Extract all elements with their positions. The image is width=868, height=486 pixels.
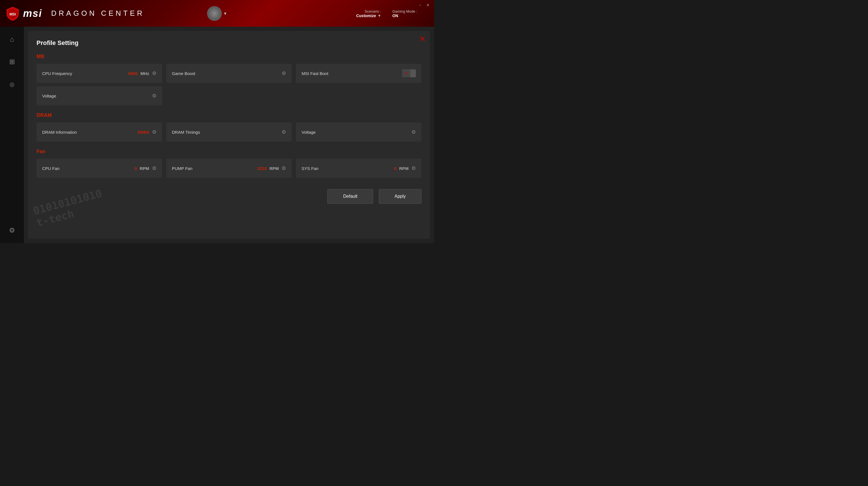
dram-timings-label: DRAM Timings bbox=[172, 130, 200, 135]
cpu-frequency-gear-icon[interactable]: ⚙ bbox=[152, 70, 156, 76]
sys-fan-card[interactable]: SYS Fan 0 RPM ⚙ bbox=[296, 159, 422, 178]
dram-information-label: DRAM Information bbox=[42, 130, 77, 135]
gaming-mode-block: Gaming Mode : ON bbox=[392, 9, 417, 18]
sys-fan-value: 0 bbox=[394, 166, 396, 171]
dram-timings-right: ⚙ bbox=[282, 129, 286, 135]
dialog-close-button[interactable]: ✕ bbox=[419, 35, 426, 43]
avatar-dropdown-arrow[interactable]: ▼ bbox=[223, 11, 227, 16]
logo-area: MSI msi DRAGON CENTER bbox=[6, 6, 145, 21]
dram-section: DRAM DRAM Information DDR4 ⚙ DRAM Timing… bbox=[36, 112, 422, 141]
settings-icon: ⚙ bbox=[9, 226, 15, 234]
dram-timings-card[interactable]: DRAM Timings ⚙ bbox=[166, 123, 292, 141]
scenario-value: Customize bbox=[356, 13, 376, 18]
game-boost-card[interactable]: Game Boost ⚙ bbox=[166, 64, 292, 83]
mb-voltage-gear-icon[interactable]: ⚙ bbox=[152, 93, 156, 99]
pump-fan-gear-icon[interactable]: ⚙ bbox=[282, 165, 286, 171]
user-avatar[interactable] bbox=[207, 6, 222, 21]
msi-fast-boot-toggle[interactable]: ✕ bbox=[402, 69, 416, 77]
mb-voltage-label: Voltage bbox=[42, 94, 56, 98]
scenario-block: Scenario : Customize ▼ bbox=[356, 9, 381, 18]
logo-text: msi bbox=[23, 8, 42, 20]
app-header: − ✕ MSI msi DRAGON CENTER ▼ Scenario : C… bbox=[0, 0, 434, 27]
dram-voltage-right: ⚙ bbox=[411, 129, 416, 135]
game-boost-right: ⚙ bbox=[282, 70, 286, 76]
dram-voltage-gear-icon[interactable]: ⚙ bbox=[411, 129, 416, 135]
sidebar-item-settings[interactable]: ⚙ bbox=[5, 223, 19, 237]
apps-icon: ⊞ bbox=[9, 58, 15, 66]
cpu-fan-value: 0 bbox=[134, 166, 137, 171]
game-boost-label: Game Boost bbox=[172, 71, 195, 76]
user-scenario-icon: ◎ bbox=[9, 81, 14, 88]
close-window-button[interactable]: ✕ bbox=[425, 2, 431, 8]
dialog-panel: ✕ Profile Setting MB CPU Frequency 5000 … bbox=[28, 31, 430, 239]
dram-voltage-card[interactable]: Voltage ⚙ bbox=[296, 123, 422, 141]
cpu-fan-gear-icon[interactable]: ⚙ bbox=[152, 165, 156, 171]
dram-information-gear-icon[interactable]: ⚙ bbox=[152, 129, 156, 135]
sidebar-item-home[interactable]: ⌂ bbox=[5, 32, 19, 46]
dram-cards-row: DRAM Information DDR4 ⚙ DRAM Timings ⚙ V… bbox=[36, 123, 422, 141]
sidebar-item-apps[interactable]: ⊞ bbox=[5, 55, 19, 69]
title-bar: − ✕ bbox=[414, 0, 434, 10]
scenario-row[interactable]: Customize ▼ bbox=[356, 13, 381, 18]
dram-information-value: DDR4 bbox=[138, 130, 149, 135]
msi-shield-icon: MSI bbox=[6, 6, 20, 21]
dram-timings-gear-icon[interactable]: ⚙ bbox=[282, 129, 286, 135]
toggle-on-indicator bbox=[410, 72, 416, 74]
sys-fan-label: SYS Fan bbox=[302, 166, 318, 171]
mb-voltage-card[interactable]: Voltage ⚙ bbox=[36, 86, 162, 105]
header-right: Scenario : Customize ▼ Gaming Mode : ON bbox=[356, 9, 417, 18]
msi-fast-boot-right: ✕ bbox=[402, 69, 416, 77]
pump-fan-right: 2218 RPM ⚙ bbox=[257, 165, 286, 171]
pump-fan-unit: RPM bbox=[270, 166, 279, 171]
dram-information-card[interactable]: DRAM Information DDR4 ⚙ bbox=[36, 123, 162, 141]
svg-text:MSI: MSI bbox=[9, 12, 16, 16]
cpu-fan-right: 0 RPM ⚙ bbox=[134, 165, 156, 171]
msi-fast-boot-card[interactable]: MSI Fast Boot ✕ bbox=[296, 64, 422, 83]
fan-cards-row: CPU Fan 0 RPM ⚙ PUMP Fan 2218 RPM ⚙ bbox=[36, 159, 422, 178]
minimize-button[interactable]: − bbox=[417, 2, 423, 8]
mb-section-title: MB bbox=[36, 54, 422, 60]
mb-voltage-row: Voltage ⚙ bbox=[36, 86, 422, 105]
cpu-fan-unit: RPM bbox=[140, 166, 149, 171]
dram-information-right: DDR4 ⚙ bbox=[138, 129, 156, 135]
mb-section: MB CPU Frequency 5000 MHz ⚙ Game Boost ⚙ bbox=[36, 54, 422, 105]
sys-fan-gear-icon[interactable]: ⚙ bbox=[411, 165, 416, 171]
sidebar-item-user-scenario[interactable]: ◎ bbox=[5, 77, 19, 91]
scenario-dropdown-arrow[interactable]: ▼ bbox=[378, 13, 381, 18]
bottom-buttons: Default Apply bbox=[36, 186, 422, 204]
fan-section-title: Fan bbox=[36, 149, 422, 155]
mb-voltage-right: ⚙ bbox=[152, 93, 156, 99]
main-content: ✕ Profile Setting MB CPU Frequency 5000 … bbox=[24, 27, 434, 243]
home-icon: ⌂ bbox=[10, 35, 14, 43]
default-button[interactable]: Default bbox=[328, 189, 373, 204]
game-boost-gear-icon[interactable]: ⚙ bbox=[282, 70, 286, 76]
sys-fan-unit: RPM bbox=[399, 166, 409, 171]
cpu-fan-card[interactable]: CPU Fan 0 RPM ⚙ bbox=[36, 159, 162, 178]
dram-section-title: DRAM bbox=[36, 112, 422, 118]
apply-button[interactable]: Apply bbox=[379, 189, 422, 204]
app-name: DRAGON CENTER bbox=[51, 9, 145, 18]
sys-fan-right: 0 RPM ⚙ bbox=[394, 165, 416, 171]
cpu-frequency-right: 5000 MHz ⚙ bbox=[128, 70, 156, 76]
cpu-frequency-card[interactable]: CPU Frequency 5000 MHz ⚙ bbox=[36, 64, 162, 83]
toggle-off-indicator: ✕ bbox=[402, 70, 410, 77]
pump-fan-value: 2218 bbox=[257, 166, 267, 171]
fan-section: Fan CPU Fan 0 RPM ⚙ PUMP Fan 2218 bbox=[36, 149, 422, 178]
pump-fan-card[interactable]: PUMP Fan 2218 RPM ⚙ bbox=[166, 159, 292, 178]
dialog-title: Profile Setting bbox=[36, 39, 422, 46]
gaming-mode-value: ON bbox=[392, 13, 398, 18]
cpu-frequency-unit: MHz bbox=[141, 71, 149, 76]
cpu-frequency-label: CPU Frequency bbox=[42, 71, 72, 76]
dram-voltage-label: Voltage bbox=[302, 130, 315, 135]
header-avatar[interactable]: ▼ bbox=[207, 6, 227, 21]
cpu-frequency-value: 5000 bbox=[128, 71, 137, 76]
msi-fast-boot-label: MSI Fast Boot bbox=[302, 71, 328, 76]
cpu-fan-label: CPU Fan bbox=[42, 166, 60, 171]
sidebar: ⌂ ⊞ ◎ ⚙ bbox=[0, 27, 24, 243]
gaming-mode-label: Gaming Mode : bbox=[392, 9, 417, 13]
mb-cards-row: CPU Frequency 5000 MHz ⚙ Game Boost ⚙ bbox=[36, 64, 422, 83]
scenario-label: Scenario : bbox=[365, 9, 381, 13]
pump-fan-label: PUMP Fan bbox=[172, 166, 192, 171]
